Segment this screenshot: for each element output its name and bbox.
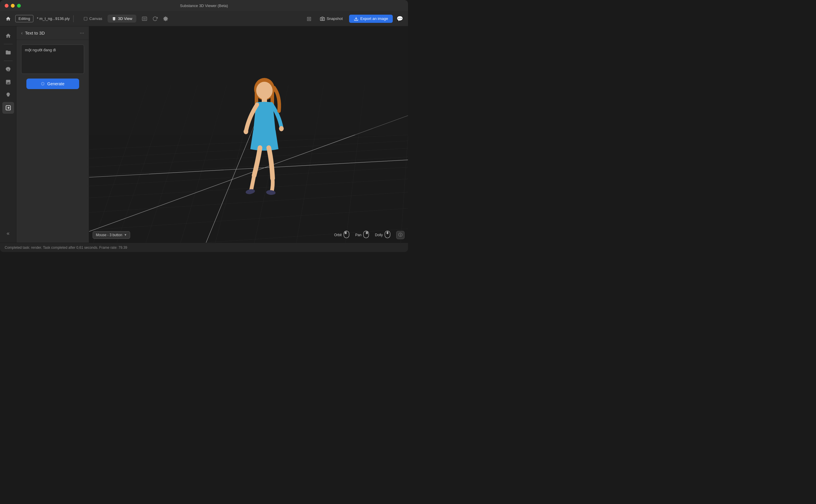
separator <box>73 15 74 22</box>
titlebar: Substance 3D Viewer (Beta) Editing * m_t… <box>0 0 408 26</box>
pan-label: Pan <box>355 233 361 237</box>
orbit-control: Orbit <box>334 231 349 239</box>
panel-back-button[interactable]: ‹ <box>21 30 23 36</box>
sidebar-item-light[interactable] <box>2 89 14 101</box>
maximize-button[interactable] <box>17 4 21 8</box>
text-input[interactable]: một người đang đi <box>21 45 84 74</box>
svg-rect-42 <box>345 231 346 234</box>
grid-icon-btn[interactable]: ⊞ <box>304 14 314 23</box>
toolbar: Editing * m_t_ng...9136.ply Canvas 3D Vi… <box>0 11 408 26</box>
dropdown-arrow-icon: ▼ <box>124 233 127 236</box>
left-sidebar: « <box>0 26 16 243</box>
close-button[interactable] <box>5 4 9 8</box>
minimize-button[interactable] <box>11 4 15 8</box>
panel-title: Text to 3D <box>25 30 80 35</box>
chat-icon-btn[interactable]: 💬 <box>395 14 404 23</box>
snapshot-button[interactable]: Snapshot <box>316 15 347 23</box>
frames-icon-btn[interactable] <box>140 14 149 23</box>
svg-point-39 <box>266 190 276 195</box>
svg-point-34 <box>256 82 273 99</box>
svg-rect-2 <box>143 18 146 20</box>
sidebar-bottom: « <box>2 227 14 239</box>
toolbar-icons <box>140 14 170 23</box>
panel-body: một người đang đi Generate <box>16 40 89 94</box>
text-to-3d-panel: ‹ Text to 3D ··· một người đang đi Gener… <box>16 26 89 243</box>
sidebar-item-home[interactable] <box>2 30 14 42</box>
sidebar-divider-2 <box>4 61 13 61</box>
sidebar-item-image[interactable] <box>2 76 14 88</box>
filename: * m_t_ng...9136.ply <box>37 16 70 21</box>
viewport[interactable]: Mouse - 3 button ▼ Orbit Pan <box>89 26 408 243</box>
svg-rect-0 <box>84 17 87 20</box>
svg-rect-45 <box>366 231 368 234</box>
sidebar-item-paint[interactable] <box>2 63 14 75</box>
status-text: Completed task: render. Task completed a… <box>5 246 127 250</box>
statusbar: Completed task: render. Task completed a… <box>0 243 408 252</box>
mouse-option-label: Mouse - 3 button <box>96 233 122 237</box>
rotate-icon-btn[interactable] <box>150 14 160 23</box>
sidebar-collapse-btn[interactable]: « <box>2 227 14 239</box>
generate-button[interactable]: Generate <box>26 79 79 89</box>
window-title: Substance 3D Viewer (Beta) <box>180 4 228 8</box>
orbit-label: Orbit <box>334 233 342 237</box>
svg-point-36 <box>279 126 284 131</box>
svg-point-4 <box>322 18 323 20</box>
panel-more-button[interactable]: ··· <box>80 30 84 36</box>
sidebar-item-files[interactable] <box>2 47 14 58</box>
svg-rect-48 <box>387 231 388 234</box>
dolly-control: Dolly <box>375 231 390 239</box>
svg-point-38 <box>245 188 255 195</box>
panel-header: ‹ Text to 3D ··· <box>16 26 89 40</box>
tab-canvas[interactable]: Canvas <box>79 15 106 23</box>
home-button[interactable] <box>4 14 13 23</box>
settings-icon-btn[interactable] <box>161 14 170 23</box>
tab-3dview[interactable]: 3D View <box>108 15 136 23</box>
tab-group: Canvas 3D View <box>79 15 136 23</box>
pan-control: Pan <box>355 231 369 239</box>
sidebar-divider-1 <box>4 44 13 44</box>
toolbar-right: ⊞ Snapshot Export an image 💬 <box>304 14 404 23</box>
3d-figure <box>235 73 294 196</box>
sidebar-item-export[interactable] <box>2 102 14 114</box>
window-controls[interactable] <box>5 4 21 8</box>
main-content: « ‹ Text to 3D ··· một người đang đi Gen… <box>0 26 408 243</box>
info-button[interactable]: ⓘ <box>396 231 404 239</box>
svg-point-37 <box>244 129 248 134</box>
editing-badge[interactable]: Editing <box>15 15 33 22</box>
dolly-label: Dolly <box>375 233 383 237</box>
export-button[interactable]: Export an image <box>349 15 393 23</box>
viewport-right-controls: Orbit Pan <box>334 231 404 239</box>
generate-label: Generate <box>47 81 64 86</box>
mouse-button-selector[interactable]: Mouse - 3 button ▼ <box>93 231 130 239</box>
